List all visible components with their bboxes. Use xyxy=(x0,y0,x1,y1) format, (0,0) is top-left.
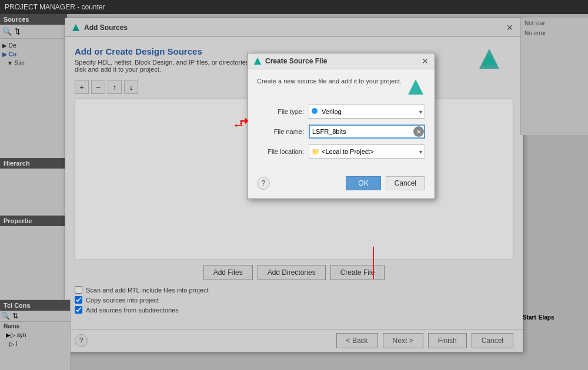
file-name-input[interactable] xyxy=(309,125,425,139)
modal-logo xyxy=(406,78,425,96)
file-type-row: File type: Verilog ▾ xyxy=(257,105,425,119)
file-name-row: File name: ✕ xyxy=(257,125,425,139)
red-line-annotation xyxy=(368,247,379,282)
file-location-select[interactable]: 📁 <Local to Project> ▾ xyxy=(309,144,425,159)
file-type-label: File type: xyxy=(257,108,304,115)
modal-ok-button[interactable]: OK xyxy=(346,176,380,190)
file-name-label: File name: xyxy=(257,128,304,135)
file-name-input-wrapper: ✕ xyxy=(309,125,425,139)
modal-footer: ? OK Cancel xyxy=(248,173,435,199)
modal-close-button[interactable]: ✕ xyxy=(422,56,429,66)
file-type-chevron-icon: ▾ xyxy=(419,109,422,115)
file-location-value: <Local to Project> xyxy=(322,148,374,155)
red-arrow-2: ← xyxy=(232,117,245,133)
modal-action-buttons: OK Cancel xyxy=(346,176,425,190)
file-location-chevron-icon: ▾ xyxy=(419,149,422,155)
create-source-file-dialog: Create Source File ✕ Create a new source… xyxy=(247,53,435,199)
file-location-row: File location: 📁 <Local to Project> ▾ xyxy=(257,144,425,159)
modal-description: Create a new source file and add it to y… xyxy=(257,78,402,85)
file-type-value: Verilog xyxy=(322,108,342,115)
file-name-clear-icon[interactable]: ✕ xyxy=(413,126,424,137)
modal-cancel-button[interactable]: Cancel xyxy=(386,176,425,190)
modal-title-text: Create Source File xyxy=(265,57,327,65)
modal-title-left: Create Source File xyxy=(253,57,327,65)
modal-desc-row: Create a new source file and add it to y… xyxy=(257,78,425,96)
svg-marker-4 xyxy=(408,79,423,95)
svg-marker-3 xyxy=(254,58,261,65)
modal-vivado-icon xyxy=(253,57,262,65)
modal-title-bar: Create Source File ✕ xyxy=(248,53,435,69)
modal-body: Create a new source file and add it to y… xyxy=(248,69,435,173)
verilog-dot xyxy=(312,108,318,114)
file-type-select[interactable]: Verilog ▾ xyxy=(309,105,425,119)
modal-help-button[interactable]: ? xyxy=(257,177,270,190)
folder-icon: 📁 xyxy=(312,148,320,155)
file-location-label: File location: xyxy=(257,148,304,155)
